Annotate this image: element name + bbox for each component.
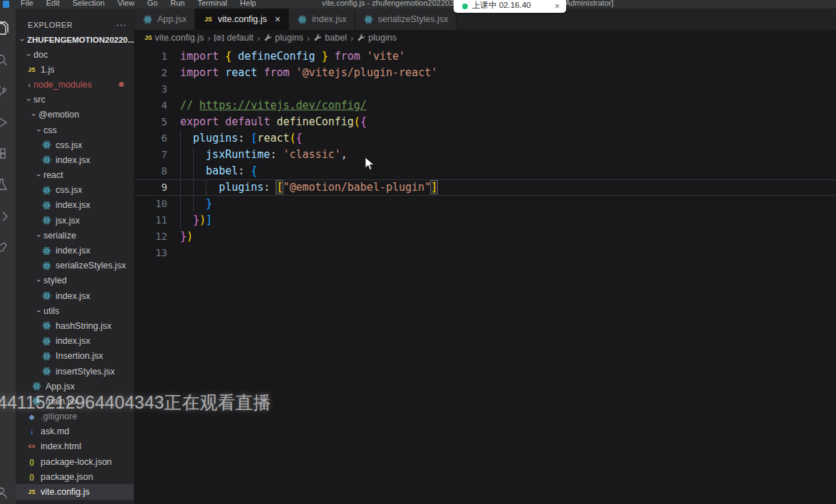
- file-item-index-jsx[interactable]: index.jsx: [16, 198, 134, 213]
- code-editor[interactable]: 1import { defineConfig } from 'vite'2imp…: [135, 48, 836, 261]
- code-line-2[interactable]: 2import react from '@vitejs/plugin-react…: [135, 65, 836, 81]
- folder-item--emotion[interactable]: ›@emotion: [16, 107, 134, 122]
- item-label: package.json: [41, 472, 93, 482]
- overlay-close-icon[interactable]: ×: [555, 2, 560, 11]
- folder-item-utils[interactable]: ›utils: [16, 303, 134, 318]
- file-item-index-jsx[interactable]: index.jsx: [16, 243, 134, 258]
- navigation-icon[interactable]: [0, 208, 10, 225]
- file-item-ask-md[interactable]: ↓ask.md: [16, 424, 134, 439]
- code-line-3[interactable]: 3: [135, 81, 836, 98]
- breadcrumb-item-vite-config-js[interactable]: JSvite.config.js: [145, 33, 204, 43]
- folder-item-doc[interactable]: ›doc: [16, 47, 134, 62]
- tab-app-jsx[interactable]: App.jsx: [135, 9, 195, 30]
- code-line-12[interactable]: 12}): [135, 229, 836, 245]
- code-line-9[interactable]: 9plugins: ["@emotion/babel-plugin"]: [135, 179, 836, 196]
- breadcrumb-item-babel[interactable]: babel: [313, 33, 347, 43]
- item-label: index.jsx: [56, 291, 90, 301]
- code-token: (: [290, 132, 296, 145]
- file-item-1-js[interactable]: JS1.js: [16, 62, 134, 77]
- folder-item-css[interactable]: ›css: [16, 122, 134, 137]
- code-line-6[interactable]: 6plugins: [react({: [135, 130, 836, 147]
- item-label: css.jsx: [56, 185, 83, 195]
- file-item-index-html[interactable]: <>index.html: [16, 439, 134, 454]
- code-line-4[interactable]: 4// https://vitejs.dev/config/: [135, 98, 836, 114]
- code-token: "@emotion/babel-plugin": [283, 181, 431, 194]
- item-label: App.jsx: [46, 382, 75, 392]
- menu-run[interactable]: Run: [164, 0, 191, 9]
- file-item-hashstring-jsx[interactable]: hashString.jsx: [16, 318, 134, 333]
- line-number: 10: [135, 196, 167, 212]
- breadcrumb-item-default[interactable]: [@]default: [214, 33, 254, 43]
- file-item-insertstyles-jsx[interactable]: insertStyles.jsx: [16, 364, 134, 379]
- code-line-content: })]: [167, 212, 212, 229]
- folder-item-styled[interactable]: ›styled: [16, 273, 134, 288]
- code-token: [: [251, 132, 257, 145]
- item-label: jsx.jsx: [56, 216, 80, 226]
- activity-bar: [0, 9, 16, 504]
- menu-file[interactable]: File: [14, 0, 40, 9]
- code-line-8[interactable]: 8babel: {: [135, 163, 836, 179]
- folder-item-serialize[interactable]: ›serialize: [16, 228, 134, 243]
- close-icon[interactable]: ×: [275, 14, 281, 24]
- file-item-insertion-jsx[interactable]: Insertion.jsx: [16, 349, 134, 364]
- file-item-serializestyles-jsx[interactable]: serializeStyles.jsx: [16, 258, 134, 273]
- tab-index-jsx[interactable]: index.jsx: [289, 9, 355, 30]
- explorer-icon[interactable]: [0, 20, 10, 37]
- explorer-more-actions-icon[interactable]: ···: [116, 20, 127, 30]
- code-token: plugins: [219, 181, 263, 194]
- react-file-icon: [41, 336, 52, 347]
- code-token: from: [328, 50, 367, 63]
- code-line-13[interactable]: 13: [135, 245, 836, 261]
- code-line-1[interactable]: 1import { defineConfig } from 'vite': [135, 48, 836, 65]
- code-line-7[interactable]: 7jsxRuntime: 'classic',: [135, 147, 836, 163]
- code-line-11[interactable]: 11})]: [135, 212, 836, 229]
- file-item-index-jsx[interactable]: index.jsx: [16, 152, 134, 167]
- indent-guide: [193, 196, 206, 212]
- indent-guide: [193, 179, 206, 196]
- breadcrumb-label: babel: [325, 33, 347, 43]
- item-label: utils: [43, 306, 59, 316]
- account-icon[interactable]: [0, 484, 10, 501]
- breadcrumb-item-plugins[interactable]: plugins: [263, 33, 303, 43]
- react-file-icon: [41, 185, 52, 196]
- react-file-icon: [31, 381, 42, 392]
- menu-edit[interactable]: Edit: [40, 0, 66, 9]
- file-item-package-lock-json[interactable]: {}package-lock.json: [16, 454, 134, 469]
- file-item-css-jsx[interactable]: css.jsx: [16, 183, 134, 198]
- file-item-index-jsx[interactable]: index.jsx: [16, 334, 134, 349]
- code-token: {: [225, 50, 238, 63]
- code-line-5[interactable]: 5export default defineConfig({: [135, 114, 836, 130]
- class-timer-overlay: 上课中 02.16.40 ×: [454, 0, 566, 13]
- file-item-vite-config-js[interactable]: JSvite.config.js: [16, 484, 134, 499]
- menu-terminal[interactable]: Terminal: [192, 0, 234, 9]
- item-label: react: [43, 170, 63, 180]
- menu-go[interactable]: Go: [141, 0, 164, 9]
- folder-item-node-modules[interactable]: ›node_modules: [16, 77, 134, 92]
- file-item-index-jsx[interactable]: index.jsx: [16, 288, 134, 303]
- tab-vite-config-js[interactable]: JSvite.config.js×: [195, 9, 289, 30]
- menu-selection[interactable]: Selection: [66, 0, 111, 9]
- react-file-icon: [41, 140, 52, 150]
- search-icon[interactable]: [0, 51, 10, 68]
- testing-icon[interactable]: [0, 177, 10, 194]
- menu-help[interactable]: Help: [234, 0, 263, 9]
- run-debug-icon[interactable]: [0, 114, 10, 131]
- draw-icon[interactable]: [0, 239, 10, 256]
- tab-serializestyles-jsx[interactable]: serializeStyles.jsx: [355, 9, 457, 30]
- folder-item-react[interactable]: ›react: [16, 168, 134, 183]
- item-label: src: [33, 95, 46, 105]
- file-item-package-json[interactable]: {}package.json: [16, 469, 134, 484]
- code-token: react: [225, 66, 263, 79]
- editor-group: App.jsxJSvite.config.js×index.jsxseriali…: [135, 9, 836, 504]
- extensions-icon[interactable]: [0, 145, 10, 162]
- file-tree: ›docJS1.js›node_modules›src›@emotion›css…: [16, 47, 134, 504]
- breadcrumb-item-plugins[interactable]: plugins: [357, 33, 397, 43]
- code-line-10[interactable]: 10}: [135, 196, 836, 212]
- folder-item-src[interactable]: ›src: [16, 93, 134, 107]
- menu-view[interactable]: View: [111, 0, 141, 9]
- file-item-css-jsx[interactable]: css.jsx: [16, 137, 134, 152]
- source-control-icon[interactable]: [0, 83, 10, 100]
- chevron-down-icon: ›: [30, 110, 38, 119]
- file-item-jsx-jsx[interactable]: jsx.jsx: [16, 213, 134, 228]
- explorer-root-folder[interactable]: › ZHUFENGEMOTION20220...: [16, 33, 134, 47]
